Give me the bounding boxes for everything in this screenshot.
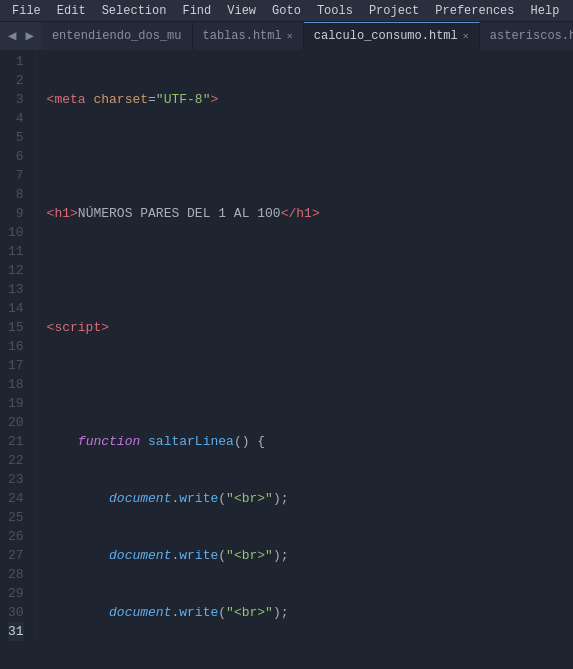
code-line-7: function saltarLinea() { — [47, 432, 573, 451]
line-num-11: 11 — [8, 242, 24, 261]
tab-label: calculo_consumo.html — [314, 29, 458, 43]
code-line-2 — [47, 147, 573, 166]
code-line-10: document.write("<br>"); — [47, 603, 573, 622]
line-num-18: 18 — [8, 375, 24, 394]
line-num-26: 26 — [8, 527, 24, 546]
tab-entendiendo[interactable]: entendiendo_dos_mu — [42, 22, 193, 50]
line-num-21: 21 — [8, 432, 24, 451]
tab-close-calculo[interactable]: ✕ — [463, 30, 469, 42]
line-num-20: 20 — [8, 413, 24, 432]
line-num-27: 27 — [8, 546, 24, 565]
line-num-12: 12 — [8, 261, 24, 280]
line-num-29: 29 — [8, 584, 24, 603]
tab-close-tablas[interactable]: ✕ — [287, 30, 293, 42]
line-num-10: 10 — [8, 223, 24, 242]
tab-label: tablas.html — [203, 29, 282, 43]
line-num-28: 28 — [8, 565, 24, 584]
tab-label: asteriscos.html — [490, 29, 573, 43]
menu-preferences[interactable]: Preferences — [427, 2, 522, 20]
code-line-6 — [47, 375, 573, 394]
line-numbers: 1 2 3 4 5 6 7 8 9 10 11 12 13 14 15 16 1… — [0, 50, 37, 641]
line-num-5: 5 — [8, 128, 24, 147]
tab-label: entendiendo_dos_mu — [52, 29, 182, 43]
line-num-7: 7 — [8, 166, 24, 185]
line-num-3: 3 — [8, 90, 24, 109]
line-num-15: 15 — [8, 318, 24, 337]
menu-selection[interactable]: Selection — [94, 2, 175, 20]
line-num-14: 14 — [8, 299, 24, 318]
line-num-23: 23 — [8, 470, 24, 489]
menu-help[interactable]: Help — [523, 2, 568, 20]
line-num-30: 30 — [8, 603, 24, 622]
menu-edit[interactable]: Edit — [49, 2, 94, 20]
nav-back-arrow[interactable]: ◀ — [4, 25, 20, 46]
tab-calculo[interactable]: calculo_consumo.html ✕ — [304, 22, 480, 50]
menu-project[interactable]: Project — [361, 2, 427, 20]
code-line-3: <h1>NÚMEROS PARES DEL 1 AL 100</h1> — [47, 204, 573, 223]
menu-view[interactable]: View — [219, 2, 264, 20]
line-num-31: 31 — [8, 622, 24, 641]
line-num-25: 25 — [8, 508, 24, 527]
code-line-8: document.write("<br>"); — [47, 489, 573, 508]
line-num-8: 8 — [8, 185, 24, 204]
code-line-9: document.write("<br>"); — [47, 546, 573, 565]
menu-bar: File Edit Selection Find View Goto Tools… — [0, 0, 573, 22]
code-editor: 1 2 3 4 5 6 7 8 9 10 11 12 13 14 15 16 1… — [0, 50, 573, 641]
tab-asteriscos[interactable]: asteriscos.html ✕ — [480, 22, 573, 50]
line-num-9: 9 — [8, 204, 24, 223]
line-num-6: 6 — [8, 147, 24, 166]
tab-tablas[interactable]: tablas.html ✕ — [193, 22, 304, 50]
code-line-5: <script> — [47, 318, 573, 337]
code-content[interactable]: <meta charset="UTF-8"> <h1>NÚMEROS PARES… — [37, 50, 573, 641]
line-num-16: 16 — [8, 337, 24, 356]
line-num-13: 13 — [8, 280, 24, 299]
menu-tools[interactable]: Tools — [309, 2, 361, 20]
line-num-19: 19 — [8, 394, 24, 413]
menu-goto[interactable]: Goto — [264, 2, 309, 20]
line-num-4: 4 — [8, 109, 24, 128]
line-num-22: 22 — [8, 451, 24, 470]
line-num-24: 24 — [8, 489, 24, 508]
code-line-1: <meta charset="UTF-8"> — [47, 90, 573, 109]
line-num-1: 1 — [8, 52, 24, 71]
line-num-2: 2 — [8, 71, 24, 90]
menu-find[interactable]: Find — [174, 2, 219, 20]
line-num-17: 17 — [8, 356, 24, 375]
menu-file[interactable]: File — [4, 2, 49, 20]
nav-forward-arrow[interactable]: ▶ — [21, 25, 37, 46]
code-line-4 — [47, 261, 573, 280]
